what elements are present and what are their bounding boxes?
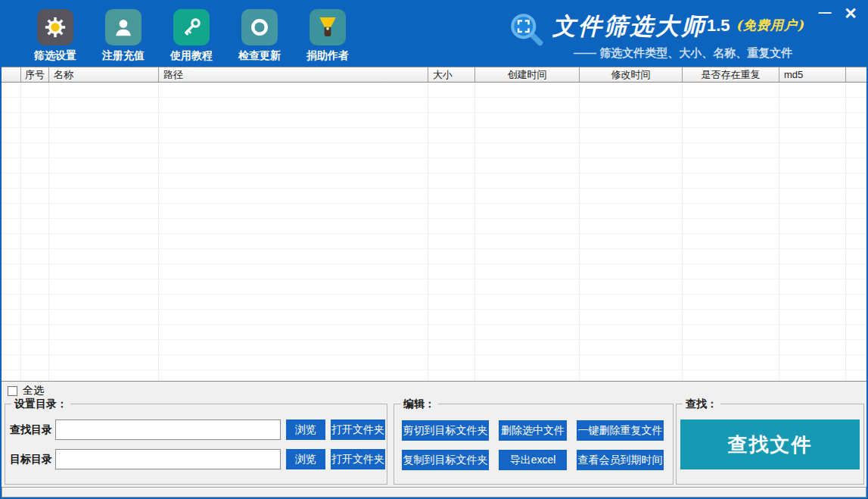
export-excel-button[interactable]: 导出excel bbox=[499, 450, 567, 470]
app-window: 筛选设置 注册充值 bbox=[0, 0, 868, 499]
toolbar-item-label: 注册充值 bbox=[102, 49, 145, 63]
column-header-checkbox[interactable] bbox=[2, 67, 21, 82]
body-column bbox=[49, 83, 159, 381]
column-header-spacer bbox=[846, 67, 866, 82]
app-title-line: 文件筛选大师1.5(免费用户) bbox=[552, 11, 804, 42]
user-icon bbox=[105, 9, 142, 45]
column-header-name[interactable]: 名称 bbox=[49, 67, 159, 82]
close-button[interactable]: ✕ bbox=[841, 3, 860, 24]
user-badge: (免费用户) bbox=[736, 17, 804, 33]
toolbar-item-label: 使用教程 bbox=[170, 49, 213, 63]
body-column bbox=[159, 83, 428, 381]
top-toolbar: 筛选设置 注册充值 bbox=[2, 2, 866, 67]
status-bar bbox=[2, 487, 866, 497]
body-column bbox=[21, 83, 49, 381]
toolbar-item-check-update[interactable]: 检查更新 bbox=[236, 9, 283, 63]
body-column bbox=[2, 83, 21, 381]
toolbar-buttons: 筛选设置 注册充值 bbox=[32, 9, 351, 63]
minimize-button[interactable]: — bbox=[815, 3, 835, 23]
body-column bbox=[475, 83, 580, 381]
file-table: 序号 名称 路径 大小 创建时间 修改时间 是否存在重复 md5 bbox=[2, 67, 866, 382]
open-search-folder-button[interactable]: 打开文件夹 bbox=[331, 419, 385, 440]
group-title: 设置目录： bbox=[11, 398, 70, 411]
group-edit: 编辑： 剪切到目标文件夹 删除选中文件 一键删除重复文件 复制到目标文件夹 导出… bbox=[394, 404, 674, 485]
app-subtitle: —— 筛选文件类型、大小、名称、重复文件 bbox=[574, 46, 792, 61]
column-header-duplicate[interactable]: 是否存在重复 bbox=[683, 67, 779, 82]
column-header-modified[interactable]: 修改时间 bbox=[580, 67, 683, 82]
delete-duplicates-button[interactable]: 一键删除重复文件 bbox=[577, 420, 664, 441]
search-directory-input[interactable] bbox=[55, 419, 281, 440]
copy-to-target-button[interactable]: 复制到目标文件夹 bbox=[402, 450, 489, 470]
toolbar-item-donate[interactable]: 捐助作者 bbox=[304, 9, 351, 63]
column-header-index[interactable]: 序号 bbox=[21, 67, 49, 82]
group-title: 编辑： bbox=[400, 398, 438, 411]
delete-selected-button[interactable]: 删除选中文件 bbox=[499, 420, 567, 441]
browse-search-directory-button[interactable]: 浏览 bbox=[286, 419, 325, 440]
select-all-checkbox[interactable]: 全选 bbox=[8, 384, 44, 398]
target-directory-row: 目标目录： 浏览 打开文件夹 bbox=[5, 449, 387, 469]
magnifier-logo-icon bbox=[507, 11, 548, 55]
group-find: 查找： 查找文件 bbox=[676, 404, 864, 485]
file-table-body bbox=[2, 83, 866, 382]
body-column bbox=[580, 83, 683, 381]
toolbar-item-tutorial[interactable]: 使用教程 bbox=[168, 9, 215, 63]
column-header-path[interactable]: 路径 bbox=[159, 67, 428, 82]
toolbar-item-label: 捐助作者 bbox=[306, 49, 349, 63]
browse-target-directory-button[interactable]: 浏览 bbox=[286, 449, 325, 469]
ring-icon bbox=[241, 9, 278, 45]
column-header-size[interactable]: 大小 bbox=[428, 67, 475, 82]
cut-to-target-button[interactable]: 剪切到目标文件夹 bbox=[402, 420, 489, 441]
key-icon bbox=[173, 9, 210, 45]
toolbar-item-label: 筛选设置 bbox=[34, 49, 76, 63]
toolbar-item-filter-settings[interactable]: 筛选设置 bbox=[32, 9, 79, 63]
app-title: 文件筛选大师 bbox=[552, 12, 707, 39]
column-header-md5[interactable]: md5 bbox=[779, 67, 846, 82]
body-column bbox=[846, 83, 866, 381]
checkbox-box[interactable] bbox=[8, 386, 17, 396]
view-membership-expiry-button[interactable]: 查看会员到期时间 bbox=[577, 450, 664, 470]
select-all-label: 全选 bbox=[23, 384, 44, 398]
group-title: 查找： bbox=[683, 398, 720, 411]
gear-icon bbox=[37, 9, 73, 45]
group-set-directories: 设置目录： 查找目录： 浏览 打开文件夹 目标目录： 浏览 打开文件夹 bbox=[5, 404, 387, 485]
search-directory-row: 查找目录： 浏览 打开文件夹 bbox=[5, 419, 387, 440]
toolbar-item-register-recharge[interactable]: 注册充值 bbox=[100, 9, 147, 63]
flashlight-icon bbox=[310, 9, 346, 45]
app-version: 1.5 bbox=[707, 16, 730, 35]
body-column bbox=[779, 83, 846, 381]
file-table-header: 序号 名称 路径 大小 创建时间 修改时间 是否存在重复 md5 bbox=[2, 67, 866, 83]
find-files-button[interactable]: 查找文件 bbox=[680, 419, 860, 469]
window-controls: — ✕ bbox=[815, 3, 860, 24]
target-directory-input[interactable] bbox=[55, 449, 281, 469]
open-target-folder-button[interactable]: 打开文件夹 bbox=[331, 449, 385, 469]
toolbar-item-label: 检查更新 bbox=[238, 49, 281, 63]
body-column bbox=[428, 83, 475, 381]
body-column bbox=[683, 83, 779, 381]
column-header-created[interactable]: 创建时间 bbox=[475, 67, 580, 82]
